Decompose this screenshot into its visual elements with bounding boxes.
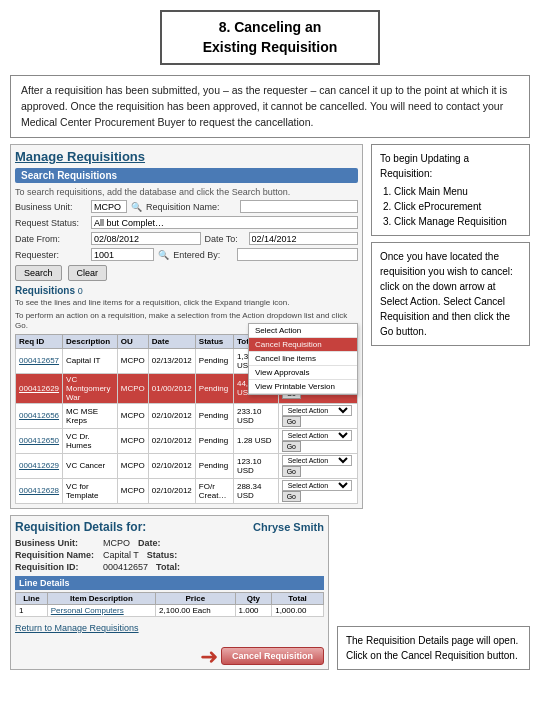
table-row: 000412629 VC Cancer MCPO 02/10/2012 Pend… xyxy=(16,453,358,478)
status-cell: Pending xyxy=(195,453,233,478)
req-details-panel: Requisition Details for: Chryse Smith Bu… xyxy=(10,515,329,670)
req-details-name: Chryse Smith xyxy=(253,521,324,533)
page-title: 8. Canceling an Existing Requisition xyxy=(172,18,368,57)
go-button[interactable]: Go xyxy=(282,491,301,502)
date-from-input[interactable] xyxy=(91,232,201,245)
callout-box-2: Once you have located the requisition yo… xyxy=(371,242,530,346)
manage-req-title: Manage Requisitions xyxy=(15,149,358,164)
cancel-requisition-button[interactable]: Cancel Requisition xyxy=(221,647,324,665)
request-status-input[interactable] xyxy=(91,216,358,229)
desc-cell: VC for Template xyxy=(63,478,118,503)
desc-cell: VC Montgomery War xyxy=(63,373,118,403)
req-id-label: Requisition ID: xyxy=(15,562,100,572)
action-cell: Select Action Go xyxy=(278,453,357,478)
line-qty: 1.000 xyxy=(235,604,272,616)
total-cell: 288.34 USD xyxy=(233,478,278,503)
req-id-cell[interactable]: 000412629 xyxy=(16,373,63,403)
date-cell: 02/13/2012 xyxy=(148,348,195,373)
request-status-label: Request Status: xyxy=(15,218,87,228)
callout-box-1: To begin Updating a Requisition: Click M… xyxy=(371,144,530,236)
clear-button[interactable]: Clear xyxy=(68,265,108,281)
dropdown-item-cancel-req[interactable]: Cancel Requisition xyxy=(249,338,357,352)
action-cell: Select Action Go xyxy=(278,428,357,453)
business-unit-input[interactable] xyxy=(91,200,127,213)
go-button[interactable]: Go xyxy=(282,466,301,477)
table-row: 000412650 VC Dr. Humes MCPO 02/10/2012 P… xyxy=(16,428,358,453)
search-hint: To search requisitions, add the database… xyxy=(15,187,358,197)
right-callouts: To begin Updating a Requisition: Click M… xyxy=(371,144,530,508)
action-select[interactable]: Select Action xyxy=(282,405,352,416)
ou-cell: MCPO xyxy=(117,453,148,478)
search-bar: Search Requisitions xyxy=(15,168,358,183)
line-details-table: Line Item Description Price Qty Total 1 … xyxy=(15,592,324,617)
col-date: Date xyxy=(148,334,195,348)
page-header: 8. Canceling an Existing Requisition xyxy=(160,10,380,65)
manage-requisitions-panel: Manage Requisitions Search Requisitions … xyxy=(10,144,363,508)
bu-value: MCPO xyxy=(103,538,130,548)
date-cell: 02/10/2012 xyxy=(148,453,195,478)
callout1-intro: To begin Updating a Requisition: xyxy=(380,151,521,181)
total-cell: 233.10 USD xyxy=(233,403,278,428)
date-to-input[interactable] xyxy=(249,232,359,245)
req-name-value: Capital T xyxy=(103,550,139,560)
status-cell: Pending xyxy=(195,373,233,403)
go-button[interactable]: Go xyxy=(282,441,301,452)
req-id-cell[interactable]: 000412657 xyxy=(16,348,63,373)
line-price: 2,100.00 Each xyxy=(156,604,235,616)
req-id-cell[interactable]: 000412650 xyxy=(16,428,63,453)
desc-cell: Capital IT xyxy=(63,348,118,373)
line-table-row: 1 Personal Computers 2,100.00 Each 1.000… xyxy=(16,604,324,616)
status-cell: Pending xyxy=(195,428,233,453)
line-desc: Personal Computers xyxy=(47,604,155,616)
line-col-price: Price xyxy=(156,592,235,604)
entered-by-input[interactable] xyxy=(237,248,358,261)
callout1-step2: Click eProcurement xyxy=(394,199,521,214)
line-num: 1 xyxy=(16,604,48,616)
entered-by-label: Entered By: xyxy=(173,250,233,260)
action-select[interactable]: Select Action xyxy=(282,480,352,491)
req-id-cell[interactable]: 000412628 xyxy=(16,478,63,503)
callout3-text: The Requisition Details page will open. … xyxy=(346,633,521,663)
search-icon: 🔍 xyxy=(131,202,142,212)
req-name-input[interactable] xyxy=(240,200,358,213)
req-name-label: Requisition Name: xyxy=(146,202,236,212)
dropdown-item-cancel-lines[interactable]: Cancel line items xyxy=(249,352,357,366)
date-to-label: Date To: xyxy=(205,234,245,244)
dropdown-item-printable[interactable]: View Printable Version xyxy=(249,380,357,394)
line-col-total: Total xyxy=(272,592,324,604)
action-select[interactable]: Select Action xyxy=(282,430,352,441)
return-link[interactable]: Return to Manage Requisitions xyxy=(15,623,324,633)
line-total: 1,000.00 xyxy=(272,604,324,616)
col-status: Status xyxy=(195,334,233,348)
status-cell: FO/r Creat… xyxy=(195,478,233,503)
results-hint1: To see the lines and line items for a re… xyxy=(15,298,358,308)
col-desc: Description xyxy=(63,334,118,348)
business-unit-label: Business Unit: xyxy=(15,202,87,212)
desc-cell: VC Cancer xyxy=(63,453,118,478)
total-cell: 1.28 USD xyxy=(233,428,278,453)
date-cell: 02/10/2012 xyxy=(148,428,195,453)
table-row: 000412628 VC for Template MCPO 02/10/201… xyxy=(16,478,358,503)
req-id-cell[interactable]: 000412629 xyxy=(16,453,63,478)
col-req-id: Req ID xyxy=(16,334,63,348)
req-id-cell[interactable]: 000412656 xyxy=(16,403,63,428)
search-button[interactable]: Search xyxy=(15,265,62,281)
dropdown-item-view-approvals[interactable]: View Approvals xyxy=(249,366,357,380)
ou-cell: MCPO xyxy=(117,403,148,428)
bottom-right-callout: The Requisition Details page will open. … xyxy=(337,515,530,670)
action-cell: Select Action Go xyxy=(278,478,357,503)
dropdown-item-select[interactable]: Select Action xyxy=(249,324,357,338)
req-details-title: Requisition Details for: xyxy=(15,520,146,534)
action-select[interactable]: Select Action xyxy=(282,455,352,466)
requester-input[interactable] xyxy=(91,248,154,261)
callout1-steps: Click Main Menu Click eProcurement Click… xyxy=(394,184,521,229)
total-label: Total: xyxy=(156,562,241,572)
callout2-text: Once you have located the requisition yo… xyxy=(380,249,521,339)
action-cell: Select Action Go xyxy=(278,403,357,428)
go-button[interactable]: Go xyxy=(282,416,301,427)
callout1-step1: Click Main Menu xyxy=(394,184,521,199)
arrow-icon: ➜ xyxy=(200,644,218,669)
ou-cell: MCPO xyxy=(117,348,148,373)
col-ou: OU xyxy=(117,334,148,348)
req-id-value: 000412657 xyxy=(103,562,148,572)
